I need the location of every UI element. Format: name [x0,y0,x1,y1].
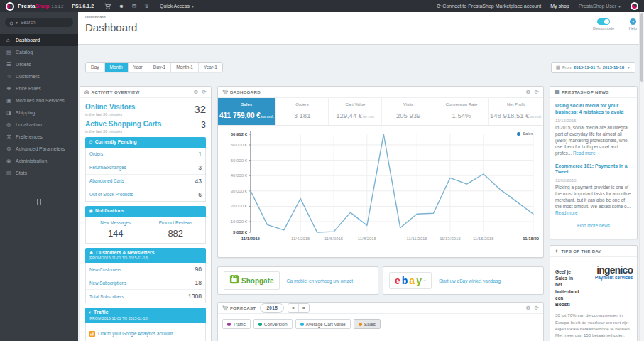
quick-access-menu[interactable]: Quick Access▼ [160,4,195,9]
shopgate-link[interactable]: Ga mobiel en verhoog uw omzet [287,278,354,283]
active-carts-value: 3 [201,120,206,130]
filter-year-button[interactable]: Year [129,63,148,72]
find-more-news-link[interactable]: Find more news [555,223,632,228]
read-more-link[interactable]: Read more [555,210,578,215]
shipping-icon: ◨ [6,109,16,116]
sales-toggle[interactable]: Sales [354,319,381,329]
gear-icon[interactable]: ⚙ [525,305,530,311]
gear-icon[interactable]: ⚙ [193,90,198,95]
conversion-toggle[interactable]: Conversion [253,319,293,329]
news-article-title[interactable]: Ecommerce 101: Payments in a Tweet [555,163,632,176]
online-visitors-metric[interactable]: Online Visitorsin the last 30 minutes 32 [85,103,206,117]
read-more-link[interactable]: Read more [573,151,596,156]
chart-legend[interactable]: Sales [517,131,533,136]
pending-section-header: ⊙Currently Pending [85,137,206,148]
new-subscriptions-row[interactable]: New Subscriptions18 [86,276,205,290]
product-reviews-cell[interactable]: Product Reviews882 [146,217,206,243]
activity-panel-header: ◎ ACTIVITY OVERVIEW ⚙ ⟳ [80,87,211,98]
gear-icon[interactable]: ⚙ [525,90,530,95]
envelope-icon[interactable]: ✉ [132,4,136,9]
date-from: 2015-11-01 [574,65,595,70]
forecast-year-selector[interactable]: 2015 [260,303,284,313]
sidebar-collapse-button[interactable] [35,199,43,205]
localization-icon: ◍ [6,121,16,128]
forecast-prev-button[interactable]: « [288,304,298,312]
date-range-picker[interactable]: ▦ From2015-11-01 To2015-11-18 ▼ [551,62,635,73]
kpi-orders[interactable]: Orders3 181 [276,98,329,125]
customers-icon: ☻ [89,250,94,255]
sidebar-item-administration[interactable]: ◉Administration [0,155,78,167]
kpi-cart-value[interactable]: Cart Value129,44 €tax excl. [329,98,382,125]
sidebar-item-catalog[interactable]: ▤Catalog [0,46,78,58]
filter-day-1-button[interactable]: Day-1 [148,63,171,72]
new-messages-cell[interactable]: New Messages144 [86,217,146,243]
kpi-sales[interactable]: Sales411 759,00 €tax excl. [218,98,276,125]
filter-day-button[interactable]: Day [86,63,105,72]
sidebar-search[interactable]: ▼ [5,18,73,27]
pending-row-returns[interactable]: Return/Exchanges3 [86,161,205,175]
active-carts-metric[interactable]: Active Shopping Cartsin the last 30 minu… [85,120,206,134]
scrollbar-thumb[interactable] [640,13,643,82]
svg-text:11/11/2015: 11/11/2015 [407,237,428,241]
news-article-date: 11/12/2015 [555,119,632,123]
pending-row-orders[interactable]: Orders1 [86,148,205,161]
marketplace-link[interactable]: ⟳ Connect to PrestaShop Marketplace acco… [437,4,541,9]
sidebar-item-stats[interactable]: ▥Stats [0,167,78,179]
vertical-scrollbar[interactable] [639,12,644,341]
svg-text:50 000 €: 50 000 € [231,158,248,163]
sidebar-item-dashboard[interactable]: ⌂Dashboard [0,34,78,46]
svg-text:11/18/2015: 11/18/2015 [523,237,539,241]
sidebar-item-localization[interactable]: ◍Localization [0,119,78,131]
ps-version: PS1.6.1.2 [72,4,94,9]
kpi-row: Sales411 759,00 €tax excl. Orders3 181 C… [218,98,543,126]
sales-line-chart[interactable]: 11/1/201511/4/201511/6/201511/8/201511/1… [218,129,539,245]
sidebar-item-orders[interactable]: ☰Orders [0,58,78,70]
new-customers-row[interactable]: New Customers90 [86,263,205,276]
forecast-next-button[interactable]: » [298,304,309,312]
search-input[interactable] [21,20,69,25]
sidebar-item-advanced-parameters[interactable]: ⚙Advanced Parameters [0,143,78,155]
ebay-link[interactable]: Start uw eBay winkel vandaag [439,278,501,283]
sidebar-item-shipping[interactable]: ◨Shipping [0,107,78,119]
refresh-icon[interactable]: ⟳ [534,305,539,311]
svg-text:11/4/2015: 11/4/2015 [291,237,310,241]
news-article-date: 11/05/2015 [555,178,632,183]
brand-version: 1.6.1.2 [51,4,63,9]
svg-text:66 912 €: 66 912 € [231,132,248,136]
chevron-down-icon: ▼ [627,65,631,70]
google-analytics-link[interactable]: Link to your Google Analytics account [85,323,206,341]
sidebar-item-price-rules[interactable]: ❖Price Rules [0,82,78,94]
pending-row-abandoned-carts[interactable]: Abandoned Carts43 [86,175,205,188]
trophy-icon[interactable]: ♕ [144,4,149,9]
sidebar-item-preferences[interactable]: ⚒Preferences [0,131,78,143]
kpi-net-profit[interactable]: Net Profit148 918,51 €tax excl. [489,98,543,125]
breadcrumb[interactable]: Dashboard [85,15,106,19]
pending-row-out-of-stock[interactable]: Out of Stock Products6 [86,188,205,201]
brand-name: PrestaShop [18,3,49,9]
refresh-icon[interactable]: ⟳ [202,90,207,95]
total-subscribers-row[interactable]: Total Subscribers1308 [86,290,205,303]
sidebar-item-modules[interactable]: ▣Modules and Services [0,94,78,107]
refresh-icon[interactable]: ⟳ [534,90,539,95]
kpi-visits[interactable]: Visits205 939 [382,98,435,125]
traffic-toggle[interactable]: Traffic [222,319,251,329]
kpi-conversion-rate[interactable]: Conversion Rate1.54% [435,98,489,125]
user-avatar[interactable] [631,2,638,10]
shopgate-banner[interactable]: Shopgate Ga mobiel en verhoog uw omzet [217,266,378,295]
date-to: 2015-11-18 [603,65,624,70]
filter-month-button[interactable]: Month [105,63,129,72]
my-shop-link[interactable]: My shop [550,4,569,9]
sidebar-item-customers[interactable]: ☺Customers [0,70,78,82]
ebay-banner[interactable]: ebay™ Start uw eBay winkel vandaag [383,266,544,295]
news-article-title[interactable]: Using social media for your business: 4 … [555,103,632,116]
demo-mode-toggle[interactable] [597,18,610,25]
filter-month-1-button[interactable]: Month-1 [171,63,199,72]
average-cart-value-toggle[interactable]: Average Cart Value [295,319,351,329]
chevron-down-icon[interactable]: ▼ [15,21,18,25]
filter-year-1-button[interactable]: Year-1 [199,63,222,72]
cart-icon[interactable] [104,3,111,9]
user-menu[interactable]: PrestaShop User▼ [579,4,621,9]
help-icon[interactable]: ? [630,18,636,25]
person-icon[interactable]: ☻ [119,4,124,9]
ebay-logo: ebay™ [389,272,432,289]
